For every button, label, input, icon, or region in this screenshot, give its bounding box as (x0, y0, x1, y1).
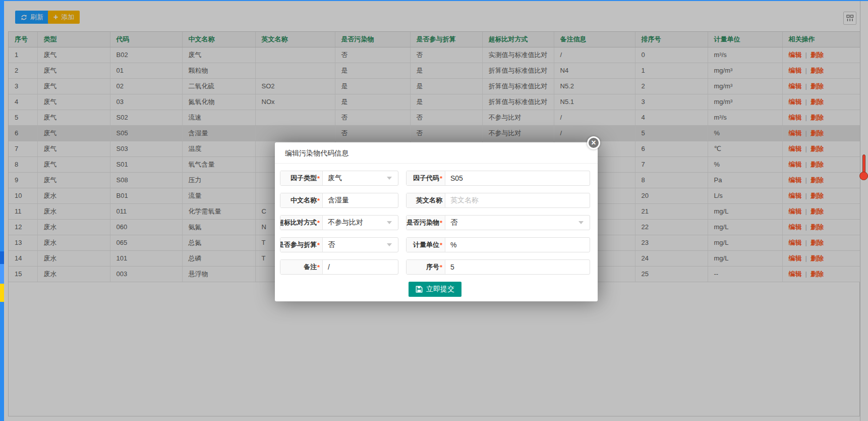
scroll-indicator-knob[interactable] (859, 172, 868, 180)
is-converted-select[interactable]: 否 (323, 238, 398, 252)
serial-label: 序号* (407, 260, 445, 274)
chevron-down-icon (578, 221, 584, 224)
required-asterisk: * (317, 241, 320, 249)
is-converted-label: 是否参与折算* (280, 238, 323, 252)
required-asterisk: * (317, 264, 320, 271)
dialog-title: 编辑污染物代码信息 (275, 142, 598, 164)
field-is-pollutant: 是否污染物*否 (406, 215, 590, 230)
unit-input[interactable]: % (445, 238, 590, 252)
required-asterisk: * (440, 219, 442, 227)
remark-input[interactable]: / (323, 260, 398, 274)
unit-label: 计量单位* (407, 238, 445, 252)
chinese-name-label: 中文名称* (280, 193, 323, 207)
close-icon: × (591, 139, 596, 147)
required-asterisk: * (317, 219, 320, 227)
required-asterisk: * (317, 197, 320, 204)
field-is-converted: 是否参与折算*否 (280, 237, 398, 252)
factor-type-label: 因子类型* (280, 171, 323, 185)
field-factor-type: 因子类型*废气 (280, 171, 398, 186)
remark-label: 备注* (280, 260, 323, 274)
edit-pollutant-dialog: × 编辑污染物代码信息 因子类型*废气因子代码*S05中文名称*含湿量英文名称英… (275, 142, 598, 301)
field-factor-code: 因子代码*S05 (406, 171, 590, 186)
english-name-label: 英文名称 (407, 193, 445, 207)
required-asterisk: * (440, 241, 442, 249)
field-unit: 计量单位*% (406, 237, 590, 252)
close-button[interactable]: × (587, 136, 600, 149)
compare-method-select[interactable]: 不参与比对 (323, 216, 398, 230)
is-pollutant-select[interactable]: 否 (445, 216, 590, 230)
chinese-name-input[interactable]: 含湿量 (323, 193, 398, 207)
required-asterisk: * (440, 264, 442, 271)
field-chinese-name: 中文名称*含湿量 (280, 193, 398, 208)
left-edge-bar-light-segment (0, 264, 4, 284)
save-icon (416, 286, 423, 293)
chevron-down-icon (387, 221, 392, 224)
left-edge-bar-dark-segment (0, 251, 4, 264)
top-edge-line (4, 0, 868, 1)
serial-input[interactable]: 5 (445, 260, 590, 274)
is-pollutant-label: 是否污染物* (407, 216, 445, 230)
chevron-down-icon (387, 177, 392, 180)
required-asterisk: * (440, 175, 442, 182)
submit-button-label: 立即提交 (426, 285, 454, 294)
left-edge-bar-yellow-marker (0, 284, 4, 302)
field-remark: 备注*/ (280, 259, 398, 275)
factor-code-input[interactable]: S05 (445, 171, 590, 185)
field-serial: 序号*5 (406, 259, 590, 275)
field-compare-method: 超标比对方式*不参与比对 (280, 215, 398, 230)
factor-type-select[interactable]: 废气 (323, 171, 398, 185)
chevron-down-icon (387, 243, 392, 246)
factor-code-label: 因子代码* (407, 171, 445, 185)
field-english-name: 英文名称英文名称 (406, 193, 590, 208)
required-asterisk: * (317, 175, 320, 182)
compare-method-label: 超标比对方式* (280, 216, 323, 230)
english-name-input[interactable]: 英文名称 (445, 193, 590, 207)
submit-button[interactable]: 立即提交 (409, 282, 461, 297)
left-edge-bar (0, 0, 4, 421)
